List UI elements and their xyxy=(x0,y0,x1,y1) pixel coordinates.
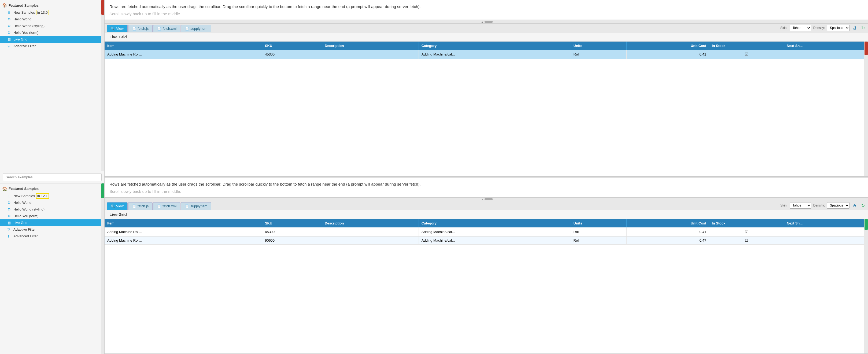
print-icon-top[interactable]: 🖨 xyxy=(851,25,858,31)
house-icon: 🏠 xyxy=(2,3,7,8)
adaptive-filter-2-label: Adaptive Filter xyxy=(13,228,36,231)
sidebar-item-hello-you[interactable]: ⚙ Hello You (form) xyxy=(0,29,104,36)
cell-cost-bottom-1: 0.41 xyxy=(627,228,709,237)
search-input[interactable] xyxy=(3,173,102,181)
advanced-filter-label: Advanced Filter xyxy=(13,234,37,238)
col-units-top: Units xyxy=(570,41,627,50)
sidebar-item-hello-world-styling-2[interactable]: ⚙ Hello World (styling) xyxy=(0,206,104,213)
grid-icon-live-grid-2: ▦ xyxy=(7,221,12,225)
table-row[interactable]: Adding Machine Roll... 90600 Adding Mach… xyxy=(104,237,868,244)
table-row[interactable]: Adding Machine Roll... 45300 Adding Mach… xyxy=(104,50,868,59)
cell-cat-bottom-2: Adding Machine/cal... xyxy=(418,237,570,244)
tab-view-top[interactable]: 🔍 View xyxy=(107,25,128,32)
sidebar-item-hello-world[interactable]: ⚙ Hello World xyxy=(0,16,104,23)
new-samples-highlight: in 13.0 xyxy=(36,10,49,15)
tab-fetch-xml-bottom[interactable]: 📄 fetch.xml xyxy=(153,202,181,210)
col-desc-top: Description xyxy=(322,41,418,50)
tabs-bar-top: 🔍 View 📄 fetch.js 📄 fetch.xml 📄 supplyIt… xyxy=(104,24,868,32)
cell-nextsh-top-1 xyxy=(784,50,868,59)
cell-item-top-1: Adding Machine Roll... xyxy=(104,50,262,59)
section-title-bottom: Live Grid xyxy=(104,210,868,219)
checkbox-unchecked-icon-b2: ☐ xyxy=(745,238,748,242)
adaptive-filter-label: Adaptive Filter xyxy=(13,44,36,48)
tab-view-top-label: View xyxy=(116,27,124,31)
new-samples-label: New Samples in 13.0 xyxy=(13,10,49,14)
cell-cost-bottom-2: 0.47 xyxy=(627,237,709,244)
doc-icon-fetch-js-top: 📄 xyxy=(132,27,136,31)
sidebar-item-adaptive-filter[interactable]: ▽ Adaptive Filter xyxy=(0,42,104,49)
density-dropdown-top[interactable]: Spacious Compact Normal xyxy=(827,25,849,31)
tab-supply-item-bottom[interactable]: 📄 supplyItem xyxy=(181,202,211,210)
cell-instock-top-1: ☑ xyxy=(709,50,784,59)
description-bottom: Rows are fetched automatically as the us… xyxy=(104,178,868,197)
nav-tree-bottom: 🏠 Featured Samples ⊞ New Samples in 12.1… xyxy=(0,183,104,241)
grid-bottom: Item SKU Description Category Units Unit… xyxy=(104,219,868,353)
sidebar-top: 🏠 Featured Samples ⊞ New Samples in 13.0… xyxy=(0,0,104,171)
doc-icon-supply-item-top: 📄 xyxy=(185,27,189,31)
skin-dropdown-top[interactable]: Tahoe Neptune Classic xyxy=(790,25,811,31)
sidebar-item-new-samples[interactable]: ⊞ New Samples in 13.0 xyxy=(0,9,104,16)
nav-header-bottom: 🏠 Featured Samples xyxy=(0,185,104,193)
nav-header-top-label: Featured Samples xyxy=(8,3,39,7)
sidebar-item-hello-world-2[interactable]: ⚙ Hello World xyxy=(0,199,104,206)
col-cost-top: Unit Cost xyxy=(627,41,709,50)
skin-dropdown-bottom[interactable]: Tahoe Neptune Classic xyxy=(790,202,811,209)
col-sku-bottom: SKU xyxy=(262,219,322,228)
tab-fetch-xml-bottom-label: fetch.xml xyxy=(162,204,177,208)
grid-header-top: Item SKU Description Category Units Unit… xyxy=(104,41,868,50)
sidebar-item-live-grid[interactable]: ▦ Live Grid xyxy=(0,36,104,42)
description-top-text: Rows are fetched automatically as the us… xyxy=(110,4,863,10)
tab-fetch-xml-top[interactable]: 📄 fetch.xml xyxy=(153,25,181,32)
nav-tree-top: 🏠 Featured Samples ⊞ New Samples in 13.0… xyxy=(0,0,104,51)
tab-fetch-js-top-label: fetch.js xyxy=(137,27,149,31)
cell-sku-bottom-1: 45300 xyxy=(262,228,322,237)
tab-supply-item-top-label: supplyItem xyxy=(190,27,207,31)
col-units-bottom: Units xyxy=(570,219,627,228)
tab-view-bottom[interactable]: 🔍 View xyxy=(107,202,128,210)
sidebar-search-area xyxy=(0,171,104,183)
table-row[interactable]: Adding Machine Roll... 45300 Adding Mach… xyxy=(104,228,868,237)
sidebar-top-scrollbar[interactable] xyxy=(101,0,104,171)
sidebar-bottom-scrollthumb xyxy=(101,183,104,198)
sidebar-bottom-scrollbar[interactable] xyxy=(101,183,104,354)
tab-supply-item-top[interactable]: 📄 supplyItem xyxy=(181,25,211,32)
content-panel-bottom: Rows are fetched automatically as the us… xyxy=(104,178,868,354)
hello-you-2-label: Hello You (form) xyxy=(13,214,38,218)
doc-icon-supply-item-bottom: 📄 xyxy=(185,204,189,208)
cell-instock-bottom-1: ☑ xyxy=(709,228,784,237)
grid-top-scrollbar[interactable] xyxy=(864,41,868,176)
cell-units-bottom-1: Roll xyxy=(570,228,627,237)
cell-desc-top-1 xyxy=(322,50,418,59)
skin-label-top: Skin: xyxy=(780,26,787,30)
gear-icon-hello-world: ⚙ xyxy=(7,17,12,21)
sidebar-item-adaptive-filter-2[interactable]: ▽ Adaptive Filter xyxy=(0,226,104,233)
gear-icon-hello-you: ⚙ xyxy=(7,31,12,35)
gear-icon-hw-styling-2: ⚙ xyxy=(7,207,12,211)
new-samples-2-label: New Samples in 12.1 xyxy=(13,194,49,198)
content-panel-top: Rows are fetched automatically as the us… xyxy=(104,0,868,176)
cell-cost-top-1: 0.41 xyxy=(627,50,709,59)
sidebar-item-live-grid-2[interactable]: ▦ Live Grid xyxy=(0,219,104,226)
col-nextsh-top: Next Sh... xyxy=(784,41,868,50)
refresh-icon-top[interactable]: ↻ xyxy=(860,25,866,31)
sidebar-item-new-samples-2[interactable]: ⊞ New Samples in 12.1 xyxy=(0,193,104,199)
sidebar-item-advanced-filter[interactable]: ƒ Advanced Filter xyxy=(0,233,104,239)
sidebar-item-hello-you-2[interactable]: ⚙ Hello You (form) xyxy=(0,213,104,219)
search-icon-top: 🔍 xyxy=(111,27,115,31)
tab-fetch-js-bottom[interactable]: 📄 fetch.js xyxy=(128,202,153,210)
tab-supply-item-bottom-label: supplyItem xyxy=(190,204,207,208)
tab-fetch-xml-top-label: fetch.xml xyxy=(162,27,177,31)
description-bottom-text: Rows are fetched automatically as the us… xyxy=(110,181,863,187)
grid-bottom-scrollbar[interactable] xyxy=(864,219,868,353)
new-samples-2-highlight: in 12.1 xyxy=(36,193,49,199)
refresh-icon-bottom[interactable]: ↻ xyxy=(860,203,866,209)
house-icon-bottom: 🏠 xyxy=(2,186,7,191)
skin-label-bottom: Skin: xyxy=(780,204,787,207)
sidebar-item-hello-world-styling[interactable]: ⚙ Hello World (styling) xyxy=(0,23,104,29)
tab-fetch-js-top[interactable]: 📄 fetch.js xyxy=(128,25,153,32)
h-scroll-up-arrow: ▲ xyxy=(480,20,485,23)
print-icon-bottom[interactable]: 🖨 xyxy=(851,203,858,208)
h-scroll-thumb-top xyxy=(485,21,493,23)
density-dropdown-bottom[interactable]: Spacious Compact Normal xyxy=(827,202,849,209)
col-cat-bottom: Category xyxy=(418,219,570,228)
